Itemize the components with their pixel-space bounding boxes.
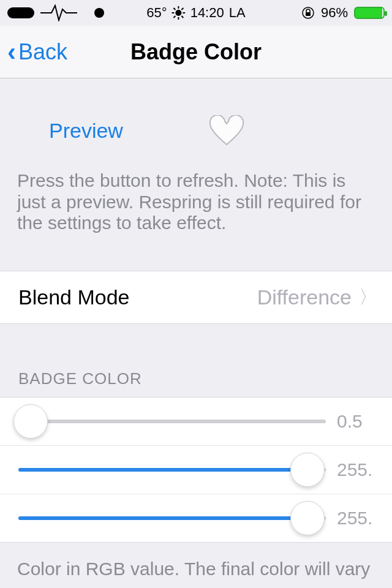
slider-1-fill <box>18 468 307 472</box>
signal-pill-icon <box>7 7 34 18</box>
status-left <box>7 4 104 21</box>
badge-color-sliders: 0.5 255. 255. <box>0 397 392 543</box>
heart-icon <box>209 115 244 146</box>
svg-line-7 <box>174 16 176 18</box>
orientation-lock-icon <box>301 6 315 20</box>
chevron-right-icon: 〉 <box>359 285 377 310</box>
slider-row-0: 0.5 <box>0 398 392 446</box>
blend-mode-value-wrap: Difference 〉 <box>257 285 377 310</box>
status-right: 96% <box>301 5 385 21</box>
slider-2-value: 255. <box>337 508 380 529</box>
slider-0-value: 0.5 <box>337 411 380 432</box>
status-location: LA <box>229 5 246 21</box>
pulse-icon <box>40 4 88 21</box>
blend-mode-value: Difference <box>257 285 352 309</box>
slider-0-thumb[interactable] <box>13 404 48 439</box>
svg-line-8 <box>182 8 184 10</box>
preview-button[interactable]: Preview <box>49 119 123 143</box>
status-time: 14:20 <box>190 5 224 21</box>
page-title: Badge Color <box>130 39 262 65</box>
nav-bar: ‹ Back Badge Color <box>0 26 392 78</box>
preview-row: Preview <box>0 78 392 164</box>
slider-row-1: 255. <box>0 446 392 494</box>
content-scroll[interactable]: Preview Press the button to refresh. Not… <box>0 78 392 588</box>
status-center: 65° 14:20 LA <box>146 5 245 21</box>
svg-line-6 <box>182 16 184 18</box>
slider-row-2: 255. <box>0 494 392 542</box>
chevron-left-icon: ‹ <box>7 39 16 65</box>
slider-2-thumb[interactable] <box>290 501 325 535</box>
slider-1-thumb[interactable] <box>290 453 325 487</box>
slider-2-fill <box>18 516 307 520</box>
svg-line-5 <box>174 8 176 10</box>
blend-mode-cell[interactable]: Blend Mode Difference 〉 <box>0 271 392 323</box>
svg-rect-10 <box>306 12 311 16</box>
svg-point-0 <box>176 10 182 16</box>
slider-0[interactable] <box>18 420 326 423</box>
blend-mode-label: Blend Mode <box>18 285 129 309</box>
badge-color-header: BADGE COLOR <box>0 324 392 397</box>
slider-1[interactable] <box>18 468 326 472</box>
slider-1-value: 255. <box>337 459 380 480</box>
status-bar: 65° 14:20 LA 96% <box>0 0 392 26</box>
blend-mode-group: Blend Mode Difference 〉 <box>0 271 392 324</box>
battery-icon <box>354 7 385 19</box>
status-temp: 65° <box>146 5 167 21</box>
back-label: Back <box>18 39 67 65</box>
preview-note: Press the button to refresh. Note: This … <box>0 164 392 271</box>
battery-percent: 96% <box>321 5 348 21</box>
status-dot-icon <box>94 8 104 18</box>
back-button[interactable]: ‹ Back <box>7 39 67 65</box>
sun-icon <box>172 6 186 20</box>
rgb-footer-note: Color in RGB value. The final color will… <box>0 543 392 589</box>
slider-2[interactable] <box>18 516 326 520</box>
